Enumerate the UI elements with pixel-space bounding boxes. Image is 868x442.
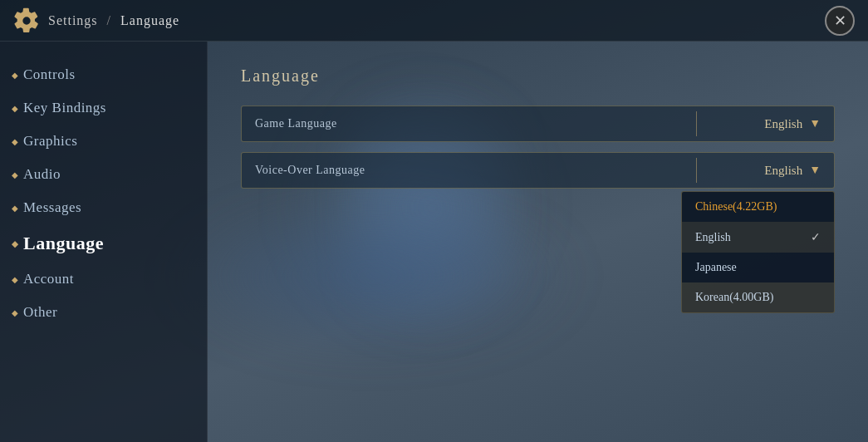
gear-icon	[13, 7, 40, 34]
bullet-icon: ◆	[12, 104, 19, 113]
close-button[interactable]: ✕	[825, 6, 855, 36]
sidebar-item-language[interactable]: ◆ Language	[0, 224, 207, 263]
voice-over-language-dropdown[interactable]: Voice-Over Language English ▼	[241, 152, 835, 189]
sidebar-item-account[interactable]: ◆ Account	[0, 263, 207, 296]
main-layout: ◆ Controls ◆ Key Bindings ◆ Graphics ◆ A…	[0, 42, 868, 442]
breadcrumb: Settings / Language	[48, 13, 179, 28]
bullet-icon: ◆	[12, 137, 19, 146]
game-language-dropdown[interactable]: Game Language English ▼	[241, 106, 835, 142]
dropdown-option-japanese[interactable]: Japanese	[682, 253, 834, 282]
sidebar-item-graphics[interactable]: ◆ Graphics	[0, 125, 207, 158]
topbar: Settings / Language ✕	[0, 0, 868, 42]
game-language-label: Game Language	[255, 117, 704, 130]
sidebar-item-messages[interactable]: ◆ Messages	[0, 191, 207, 224]
dropdown-option-korean[interactable]: Korean(4.00GB)	[682, 282, 834, 312]
dropdown-option-label: Japanese	[695, 261, 737, 274]
bullet-icon: ◆	[12, 204, 19, 213]
chevron-down-icon: ▼	[809, 117, 821, 130]
check-icon: ✓	[811, 230, 821, 244]
dropdown-option-label: English	[695, 231, 731, 244]
dropdown-option-chinese[interactable]: Chinese(4.22GB)	[682, 192, 834, 222]
sidebar-item-controls[interactable]: ◆ Controls	[0, 58, 207, 91]
bullet-icon: ◆	[12, 239, 19, 248]
game-language-value: English	[764, 117, 802, 131]
chevron-down-icon: ▼	[809, 164, 821, 177]
sidebar-item-audio[interactable]: ◆ Audio	[0, 158, 207, 191]
voice-over-value-area: English ▼	[704, 164, 821, 178]
bullet-icon: ◆	[12, 170, 19, 179]
voice-over-value: English	[764, 164, 802, 178]
dropdown-option-label: Chinese(4.22GB)	[695, 200, 777, 214]
dropdown-option-label: Korean(4.00GB)	[695, 291, 773, 304]
bullet-icon: ◆	[12, 308, 19, 317]
sidebar: ◆ Controls ◆ Key Bindings ◆ Graphics ◆ A…	[0, 42, 208, 442]
voice-over-label: Voice-Over Language	[255, 164, 704, 177]
sidebar-item-key-bindings[interactable]: ◆ Key Bindings	[0, 91, 207, 125]
bullet-icon: ◆	[12, 71, 19, 80]
content-area: Language Game Language English ▼ Voice-O…	[208, 42, 868, 442]
bullet-icon: ◆	[12, 275, 19, 284]
game-language-value-area: English ▼	[704, 117, 821, 131]
dropdown-option-english[interactable]: English ✓	[682, 222, 834, 253]
section-title: Language	[241, 66, 835, 86]
voice-over-dropdown-menu: Chinese(4.22GB) English ✓ Japanese Korea…	[681, 191, 835, 313]
sidebar-item-other[interactable]: ◆ Other	[0, 296, 207, 329]
